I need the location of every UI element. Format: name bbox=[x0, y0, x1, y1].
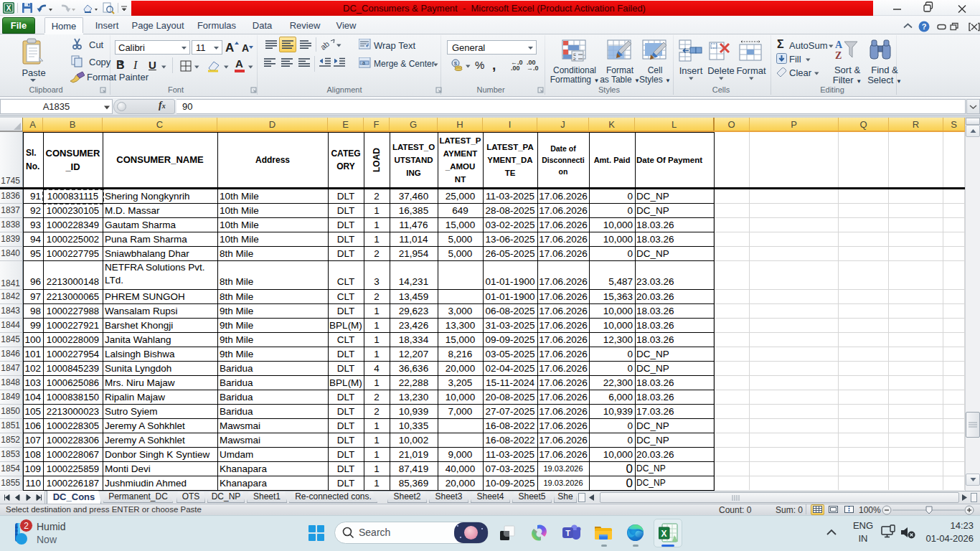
svg-text:≥: ≥ bbox=[573, 56, 576, 61]
svg-text:Z: Z bbox=[835, 50, 842, 61]
svg-text:A: A bbox=[835, 39, 843, 50]
svg-text:?: ? bbox=[922, 22, 927, 31]
svg-text:X: X bbox=[661, 529, 666, 539]
svg-text:X: X bbox=[6, 4, 11, 12]
svg-text:T: T bbox=[565, 529, 570, 537]
svg-text:a: a bbox=[362, 60, 365, 65]
svg-text:ab: ab bbox=[321, 39, 331, 52]
svg-text:A: A bbox=[225, 41, 234, 55]
svg-text:A: A bbox=[242, 42, 249, 54]
